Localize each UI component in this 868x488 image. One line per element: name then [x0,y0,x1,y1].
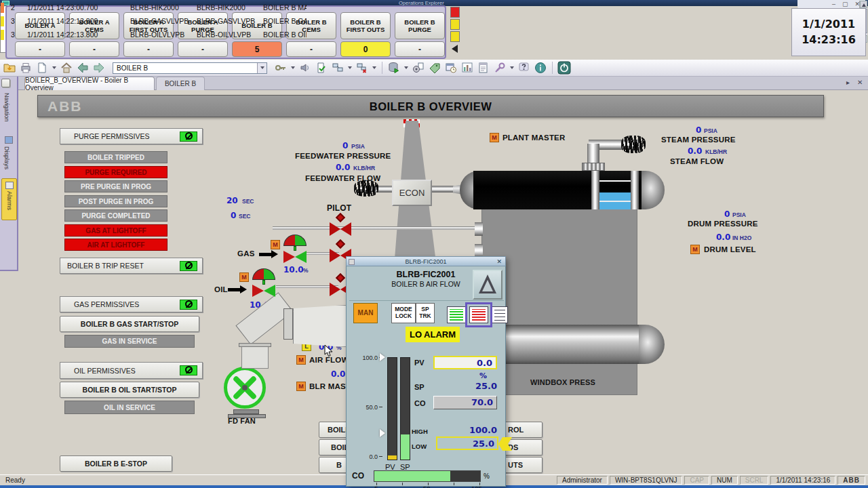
faceplate-body: BLRB-FIC2001 BOILER B AIR FLOW MAN MODE … [346,266,506,487]
alarm-row[interactable]: 3 1/1/2011 14:22:13.800 BLRB-GASVLVPB BL… [0,15,307,28]
tab-scroll-icon[interactable]: ▸ [846,79,850,86]
blr-master-badge[interactable]: M [296,382,306,391]
sp-bar[interactable] [400,357,410,460]
gas-control-valve[interactable] [283,235,308,263]
trip-reset-button[interactable]: BOILER B TRIP RESET [60,258,203,274]
sp-trk-button[interactable]: SP TRK [416,303,435,323]
security-key-icon[interactable] [274,61,288,75]
sidebar-item-navigation[interactable]: Navigation [3,93,10,122]
boiler-a-cems-alarm-count[interactable]: - [69,41,119,57]
gas-in-service-status: GAS IN SERVICE [64,335,195,348]
address-dropdown-icon[interactable] [257,63,267,73]
oil-mode-badge[interactable]: M [239,272,249,282]
fd-fan-graphic[interactable] [224,367,266,409]
home-icon[interactable] [60,61,73,75]
help-icon[interactable] [517,61,531,75]
air-flow-badge[interactable]: M [296,355,306,365]
green-trend-view-icon[interactable] [447,306,466,323]
alarm-ack-button[interactable] [473,270,502,300]
e-stop-button[interactable]: BOILER B E-STOP [60,455,172,472]
sidebar-item-alarms[interactable]: Alarms [1,178,17,220]
scheduler-icon[interactable] [444,61,458,75]
forward-icon[interactable] [92,61,106,75]
faceplate-dialog[interactable]: BLRB-FIC2001 ✕ BLRB-FIC2001 BOILER B AIR… [346,256,506,487]
status-post-purge: POST PURGE IN PROG [64,195,167,207]
dock-pin-icon[interactable] [1,79,10,87]
plant-master-badge[interactable]: M [490,133,499,142]
alarm-legend-yellow-1[interactable] [450,19,460,30]
boiler-b-firstouts-alarm-count[interactable]: 0 [340,41,391,57]
alarm-legend-yellow-2[interactable] [450,31,460,42]
drum-level-badge[interactable]: M [690,245,700,254]
steam-pressure-label: STEAM PRESSURE [661,136,736,144]
network-connect-dropdown-icon[interactable] [348,66,352,69]
power-logout-icon[interactable] [557,61,571,75]
alarm-row[interactable]: 2 1/1/2011 14:23:00.700 BLRB-HIK2000 BLR… [0,1,307,15]
co-output-bar[interactable] [374,470,481,482]
status-capslock: CAP [684,476,709,485]
boiler-b-firstouts-button[interactable]: BOILER B FIRST OUTS [340,12,391,39]
database-run-icon[interactable] [387,61,401,75]
steam-pressure-value: 0 [696,125,701,135]
boiler-a-purge-alarm-count[interactable]: - [178,41,228,57]
boiler-b-purge-alarm-count[interactable]: - [395,41,445,57]
boiler-b-alarm-count[interactable]: 5 [232,41,282,57]
gas-start-stop-button[interactable]: BOILER B GAS START/STOP [60,316,199,332]
database-dropdown-icon[interactable] [404,66,408,69]
purge-permissives-button[interactable]: PURGE PERMISSIVES [60,128,203,144]
info-icon[interactable] [534,61,547,75]
audio-alarm-icon[interactable] [298,61,312,75]
network-connect-icon[interactable] [331,61,344,75]
toolbar: BOILER B [0,60,868,77]
report-icon[interactable] [477,61,490,75]
drum-pressure-label: DRUM PRESSURE [688,220,758,228]
page-title: BOILER B OVERVIEW [38,100,823,113]
acknowledge-page-icon[interactable] [315,61,328,75]
oil-start-stop-button[interactable]: BOILER B OIL START/STOP [60,382,199,398]
open-icon[interactable] [3,61,16,75]
status-datetime: 1/1/2011 14:23:16 [770,476,835,485]
display-address-combobox[interactable]: BOILER B [113,62,267,74]
tab-close-icon[interactable]: ✕ [857,79,863,86]
mode-lock-button[interactable]: MODE LOCK [391,303,416,323]
network-disconnect-dropdown-icon[interactable] [372,66,376,69]
security-dropdown-icon[interactable] [291,66,295,69]
print-icon[interactable] [19,61,33,75]
back-icon[interactable] [76,61,90,75]
alarm-legend-arrow-icon[interactable] [452,45,458,53]
co-field[interactable]: 70.0 [433,396,497,409]
oil-permissives-button[interactable]: OIL PERMISSIVES [60,362,203,379]
boiler-b-cems-alarm-count[interactable]: - [286,41,336,57]
sidebar-item-displays[interactable]: Displays [3,146,10,169]
mode-button[interactable]: MAN [353,303,378,323]
gas-label: GAS [237,249,255,258]
alarm-legend-red[interactable] [450,7,460,18]
tune-dropdown-icon[interactable] [510,66,514,69]
pilot-valve[interactable] [330,214,353,237]
scroll-up-icon[interactable] [860,1,867,8]
alarm-row[interactable]: 3 1/1/2011 14:22:13.800 BLRB-OILVLVPB BL… [0,28,307,42]
tab-boiler-b[interactable]: BOILER B [156,77,205,90]
gauge-column-right [631,171,639,209]
faceplate-close-icon[interactable]: ✕ [496,257,502,266]
sp-value[interactable]: 25.0 [448,381,497,391]
drum-gauge-line-low [599,201,631,202]
chart-icon[interactable] [460,61,474,75]
boiler-a-firstouts-alarm-count[interactable]: - [123,41,174,57]
tag-label-icon[interactable] [428,61,441,75]
red-grid-view-icon[interactable] [469,306,488,323]
tab-boiler-b-overview[interactable]: BOILER_B_OVERVIEW - Boiler B Overview [24,77,155,90]
configure-icon[interactable] [412,61,425,75]
tune-key-icon[interactable] [493,61,507,75]
list-view-icon[interactable] [492,306,508,323]
oil-control-valve[interactable] [252,268,277,297]
new-display-dropdown-icon[interactable] [52,66,56,69]
network-disconnect-icon[interactable] [355,61,369,75]
gas-permissives-button[interactable]: GAS PERMISSIVES [60,296,203,312]
new-display-icon[interactable] [35,61,49,75]
boiler-a-alarm-count[interactable]: - [15,41,65,57]
faceplate-titlebar[interactable]: BLRB-FIC2001 ✕ [346,256,506,266]
boiler-b-purge-button[interactable]: BOILER B PURGE [395,12,445,39]
drum-level-unit: IN H2O [732,235,751,241]
gas-mode-badge[interactable]: M [271,240,280,249]
